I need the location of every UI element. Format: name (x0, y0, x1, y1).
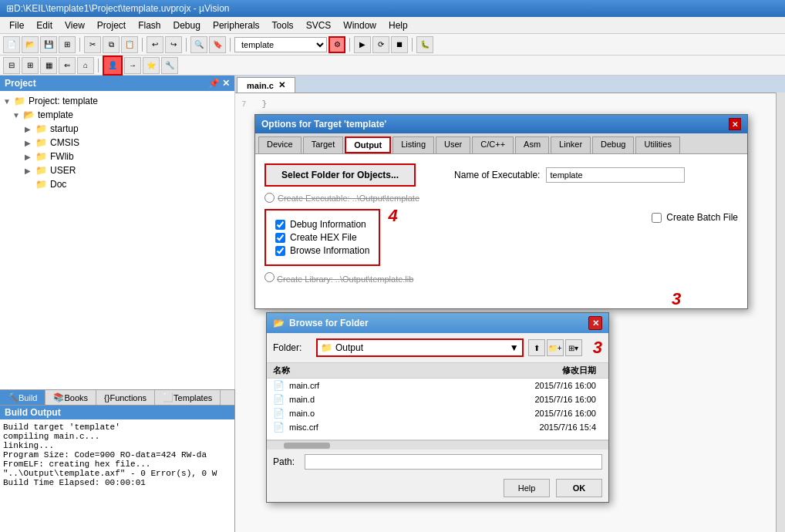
expand-cmsis[interactable]: ▶ (25, 139, 32, 147)
menu-view[interactable]: View (59, 19, 91, 32)
sidebar-item-doc[interactable]: 📁 Doc (3, 177, 231, 191)
options-tab-target[interactable]: Target (303, 136, 344, 153)
menu-peripherals[interactable]: Peripherals (207, 19, 266, 32)
tb2-btn1[interactable]: ⊟ (3, 57, 20, 74)
expand-user[interactable]: ▶ (25, 167, 32, 175)
menu-file[interactable]: File (3, 19, 30, 32)
options-tab-device[interactable]: Device (258, 136, 302, 153)
sidebar-bottom-tabs: 🔨 Build 📚 Books {} Functions ⬜ Templates (0, 389, 234, 405)
tb2-btn4[interactable]: ⇐ (59, 57, 76, 74)
create-hex-checkbox[interactable] (275, 233, 285, 243)
list-item[interactable]: 📄 main.d 2015/7/16 16:00 (267, 392, 608, 406)
tab-close-icon[interactable]: ✕ (278, 80, 285, 90)
tb2-btn7[interactable]: → (124, 57, 141, 74)
vertical-scrollbar[interactable] (776, 93, 785, 532)
tab-books[interactable]: 📚 Books (45, 390, 96, 405)
options-tab-linker[interactable]: Linker (551, 136, 591, 153)
options-dialog-close[interactable]: ✕ (729, 118, 741, 130)
browse-dialog[interactable]: 📂 Browse for Folder ✕ Folder: 📁 Output ▼… (266, 312, 609, 503)
rebuild-btn[interactable]: ⟳ (372, 36, 389, 53)
browse-up-btn[interactable]: ⬆ (528, 339, 545, 356)
tree-template[interactable]: ▼ 📂 template (3, 108, 231, 122)
options-tab-utilities[interactable]: Utilities (635, 136, 679, 153)
expand-root[interactable]: ▼ (3, 97, 11, 106)
combo-dropdown-icon: ▼ (510, 342, 519, 353)
folder-combo[interactable]: 📁 Output ▼ (316, 338, 524, 357)
options-tab-debug[interactable]: Debug (592, 136, 634, 153)
tab-templates[interactable]: ⬜ Templates (155, 390, 221, 405)
menu-window[interactable]: Window (337, 19, 382, 32)
search-btn[interactable]: 🔍 (190, 36, 207, 53)
open-btn[interactable]: 📂 (22, 36, 39, 53)
create-lib-radio[interactable] (264, 272, 275, 282)
tab-functions[interactable]: {} Functions (96, 390, 155, 405)
tab-build[interactable]: 🔨 Build (0, 390, 45, 405)
build-line-2: linking... (3, 441, 231, 450)
undo-btn[interactable]: ↩ (147, 36, 163, 53)
copy-btn[interactable]: ⧉ (103, 36, 120, 53)
menu-svcs[interactable]: SVCS (300, 19, 338, 32)
file-date-1: 2015/7/16 16:00 (502, 395, 602, 404)
ok-button[interactable]: OK (556, 479, 602, 497)
expand-startup[interactable]: ▶ (25, 125, 32, 133)
browse-view-btn[interactable]: ⊞▾ (565, 339, 582, 356)
options-btn[interactable]: ⚙ (328, 36, 345, 53)
paste-btn[interactable]: 📋 (121, 36, 138, 53)
tb2-btn8[interactable]: ⭐ (143, 57, 160, 74)
folder-label: Folder: (273, 342, 312, 353)
browse-toolbar: ⬆ 📁+ ⊞▾ (528, 339, 582, 356)
debug-info-checkbox[interactable] (275, 220, 285, 230)
options-tab-user[interactable]: User (436, 136, 470, 153)
menu-tools[interactable]: Tools (266, 19, 300, 32)
select-folder-button[interactable]: Select Folder for Objects... (264, 163, 416, 187)
sidebar-item-fwlib[interactable]: ▶ 📁 FWlib (3, 150, 231, 163)
options-tab-listing[interactable]: Listing (392, 136, 434, 153)
debug-btn[interactable]: 🐛 (416, 36, 433, 53)
sidebar-item-cmsis[interactable]: ▶ 📁 CMSIS (3, 136, 231, 150)
expand-template[interactable]: ▼ (12, 111, 20, 120)
list-item[interactable]: 📄 main.crf 2015/7/16 16:00 (267, 379, 608, 392)
stop-btn[interactable]: ⏹ (391, 36, 408, 53)
create-exe-radio[interactable] (264, 193, 275, 203)
horizontal-scrollbar[interactable] (267, 440, 608, 450)
options-dialog[interactable]: Options for Target 'template' ✕ Device T… (254, 114, 748, 309)
menu-debug[interactable]: Debug (167, 19, 207, 32)
save-all-btn[interactable]: ⊞ (59, 36, 76, 53)
build-btn[interactable]: ▶ (354, 36, 371, 53)
options-tab-asm[interactable]: Asm (515, 136, 549, 153)
save-btn[interactable]: 💾 (40, 36, 57, 53)
menu-flash[interactable]: Flash (132, 19, 167, 32)
new-file-btn[interactable]: 📄 (3, 36, 20, 53)
menu-edit[interactable]: Edit (30, 19, 59, 32)
sidebar-item-user[interactable]: ▶ 📁 USER (3, 163, 231, 177)
left-panel: Project 📌 ✕ ▼ 📁 Project: template ▼ 📂 te… (0, 76, 235, 532)
sidebar: Project 📌 ✕ ▼ 📁 Project: template ▼ 📂 te… (0, 76, 235, 389)
browse-dialog-close[interactable]: ✕ (588, 316, 602, 330)
redo-btn[interactable]: ↪ (165, 36, 182, 53)
create-batch-checkbox[interactable] (652, 213, 662, 223)
cut-btn[interactable]: ✂ (84, 36, 101, 53)
list-item[interactable]: 📄 main.o 2015/7/16 16:00 (267, 406, 608, 420)
name-exe-input[interactable] (546, 167, 685, 183)
tb2-btn9[interactable]: 🔧 (161, 57, 178, 74)
expand-fwlib[interactable]: ▶ (25, 153, 32, 161)
browse-info-checkbox[interactable] (275, 246, 285, 256)
doc-label: Doc (50, 179, 66, 190)
help-button[interactable]: Help (504, 479, 550, 497)
tb2-btn6[interactable]: 👤 (103, 56, 123, 76)
tb2-btn5[interactable]: ⌂ (77, 57, 94, 74)
browse-new-folder-btn[interactable]: 📁+ (547, 339, 564, 356)
tab-main-c[interactable]: main.c ✕ (237, 77, 295, 93)
target-combo[interactable]: template (234, 37, 327, 52)
tb2-btn3[interactable]: ▦ (40, 57, 57, 74)
build-line-0: Build target 'template' (3, 423, 231, 432)
menu-help[interactable]: Help (382, 19, 414, 32)
list-item[interactable]: 📄 misc.crf 2015/7/16 15:4 (267, 420, 608, 434)
options-tab-output[interactable]: Output (345, 136, 391, 153)
menu-project[interactable]: Project (91, 19, 132, 32)
sidebar-item-startup[interactable]: ▶ 📁 startup (3, 122, 231, 136)
tb2-btn2[interactable]: ⊞ (22, 57, 39, 74)
path-input[interactable] (305, 454, 602, 470)
bookmark-btn[interactable]: 🔖 (209, 36, 226, 53)
options-tab-cpp[interactable]: C/C++ (472, 136, 514, 153)
